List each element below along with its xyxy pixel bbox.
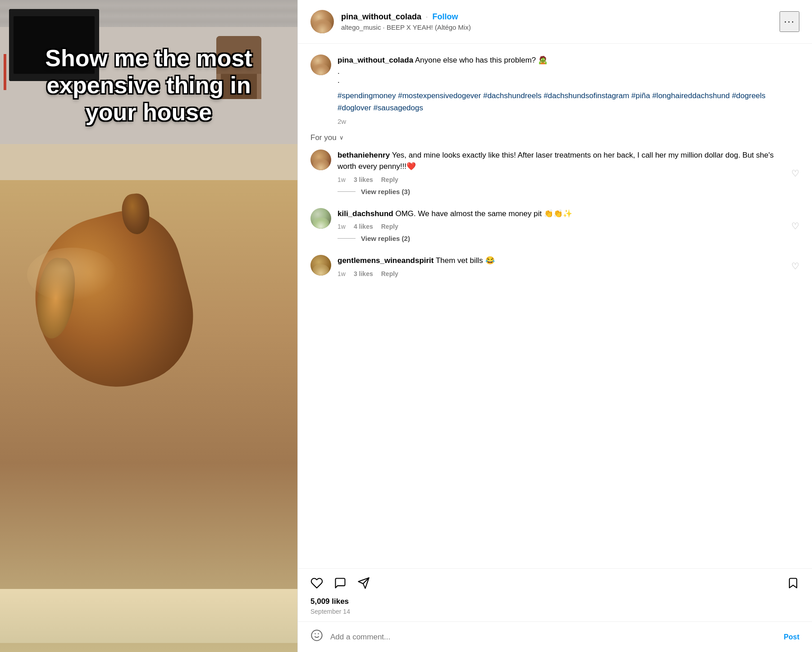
reply-button-3[interactable]: Reply bbox=[381, 270, 398, 277]
chevron-down-icon: ∨ bbox=[339, 134, 344, 141]
comment-likes-2: 4 likes bbox=[354, 223, 373, 230]
comment-meta-1: 1w 3 likes Reply bbox=[338, 176, 785, 183]
dog-body bbox=[17, 199, 209, 404]
commenter-avatar-3[interactable] bbox=[310, 255, 331, 276]
comment-meta-3: 1w 3 likes Reply bbox=[338, 270, 785, 277]
emoji-button[interactable] bbox=[310, 629, 323, 645]
caption-text: pina_without_colada Anyone else who has … bbox=[338, 54, 799, 66]
like-comment-button-3[interactable]: ♡ bbox=[791, 255, 799, 277]
video-panel: Show me the most expensive thing in your… bbox=[0, 0, 297, 652]
post-date: September 14 bbox=[310, 608, 799, 615]
wall-decoration bbox=[4, 54, 6, 90]
comment-body-2: kili_dachshund OMG. We have almost the s… bbox=[338, 208, 785, 244]
caption-bullets: · · bbox=[338, 69, 799, 87]
like-comment-button-1[interactable]: ♡ bbox=[791, 149, 799, 197]
dot-separator: · bbox=[426, 13, 428, 21]
video-overlay-text: Show me the most expensive thing in your… bbox=[18, 45, 279, 126]
comment-body-3: gentlemens_wineandspirit Them vet bills … bbox=[338, 255, 785, 277]
caption-avatar[interactable] bbox=[310, 54, 331, 75]
view-replies-text-2[interactable]: View replies (2) bbox=[361, 235, 410, 242]
bullet-2: · bbox=[338, 78, 799, 87]
comment-item-3: gentlemens_wineandspirit Them vet bills … bbox=[310, 255, 799, 277]
comment-content-1: Yes, and mine looks exactly like this! A… bbox=[338, 151, 774, 171]
reply-button-2[interactable]: Reply bbox=[381, 223, 398, 230]
comment-likes-3: 3 likes bbox=[354, 270, 373, 277]
comment-meta-2: 1w 4 likes Reply bbox=[338, 223, 785, 230]
commenter-avatar-1[interactable] bbox=[310, 149, 331, 170]
bookmark-button[interactable] bbox=[787, 577, 799, 592]
comment-text-1: bethaniehenry Yes, and mine looks exactl… bbox=[338, 149, 785, 172]
caption-hashtags[interactable]: #spendingmoney #mostexpensivedogever #da… bbox=[338, 90, 799, 114]
comment-body-1: bethaniehenry Yes, and mine looks exactl… bbox=[338, 149, 785, 197]
caption-time: 2w bbox=[338, 118, 799, 125]
follow-button[interactable]: Follow bbox=[432, 12, 458, 22]
comment-text-3: gentlemens_wineandspirit Them vet bills … bbox=[338, 255, 785, 267]
comment-username-1[interactable]: bethaniehenry bbox=[338, 151, 390, 159]
floor bbox=[0, 589, 297, 643]
more-options-button[interactable]: ··· bbox=[780, 11, 799, 32]
comment-text-2: kili_dachshund OMG. We have almost the s… bbox=[338, 208, 785, 220]
header-top: pina_without_colada · Follow bbox=[341, 12, 780, 22]
comment-username-2[interactable]: kili_dachshund bbox=[338, 209, 393, 218]
view-replies-text-1[interactable]: View replies (3) bbox=[361, 188, 410, 195]
for-you-label: For you bbox=[310, 133, 337, 142]
header-info: pina_without_colada · Follow altego_musi… bbox=[341, 12, 780, 31]
dog-ear bbox=[120, 193, 151, 235]
action-icons bbox=[310, 577, 799, 592]
post-caption: pina_without_colada Anyone else who has … bbox=[310, 54, 799, 125]
comment-time-2: 1w bbox=[338, 223, 346, 230]
post-header: pina_without_colada · Follow altego_musi… bbox=[298, 0, 812, 44]
comment-button[interactable] bbox=[334, 577, 347, 592]
post-comment-button[interactable]: Post bbox=[784, 633, 799, 641]
view-replies-1[interactable]: View replies (3) bbox=[338, 188, 785, 195]
fur-highlight bbox=[27, 248, 117, 302]
like-comment-button-2[interactable]: ♡ bbox=[791, 208, 799, 244]
caption-content: Anyone else who has this problem? 🧟 bbox=[415, 56, 547, 64]
poster-username[interactable]: pina_without_colada bbox=[341, 12, 421, 22]
comment-content-2: OMG. We have almost the same money pit 👏… bbox=[395, 209, 572, 218]
caption-body: pina_without_colada Anyone else who has … bbox=[338, 54, 799, 125]
comment-item: bethaniehenry Yes, and mine looks exactl… bbox=[310, 149, 799, 197]
comment-time-1: 1w bbox=[338, 176, 346, 183]
share-button[interactable] bbox=[357, 577, 370, 592]
like-button[interactable] bbox=[310, 577, 323, 592]
comment-time-3: 1w bbox=[338, 270, 346, 277]
comment-likes-1: 3 likes bbox=[354, 176, 373, 183]
comment-content-3: Them vet bills 😂 bbox=[436, 256, 495, 265]
replies-line-1 bbox=[338, 191, 356, 192]
likes-count: 5,009 likes bbox=[310, 597, 799, 606]
comment-item-2: kili_dachshund OMG. We have almost the s… bbox=[310, 208, 799, 244]
comment-username-3[interactable]: gentlemens_wineandspirit bbox=[338, 256, 434, 265]
comments-area[interactable]: pina_without_colada Anyone else who has … bbox=[298, 44, 812, 568]
view-replies-2[interactable]: View replies (2) bbox=[338, 235, 785, 242]
reply-button-1[interactable]: Reply bbox=[381, 176, 398, 183]
for-you-section[interactable]: For you ∨ bbox=[310, 133, 799, 142]
post-subtext: altego_music · BEEP X YEAH! (Altégo Mix) bbox=[341, 23, 780, 31]
avatar[interactable] bbox=[310, 10, 334, 33]
comment-input[interactable] bbox=[330, 633, 776, 642]
video-dog-section bbox=[0, 180, 297, 652]
right-panel: pina_without_colada · Follow altego_musi… bbox=[297, 0, 812, 652]
svg-point-2 bbox=[311, 630, 322, 640]
commenter-avatar-2[interactable] bbox=[310, 208, 331, 229]
comment-input-area: Post bbox=[298, 621, 812, 652]
bullet-1: · bbox=[338, 69, 799, 78]
replies-line-2 bbox=[338, 238, 356, 239]
caption-username[interactable]: pina_without_colada bbox=[338, 56, 413, 64]
action-bar: 5,009 likes September 14 bbox=[298, 568, 812, 621]
